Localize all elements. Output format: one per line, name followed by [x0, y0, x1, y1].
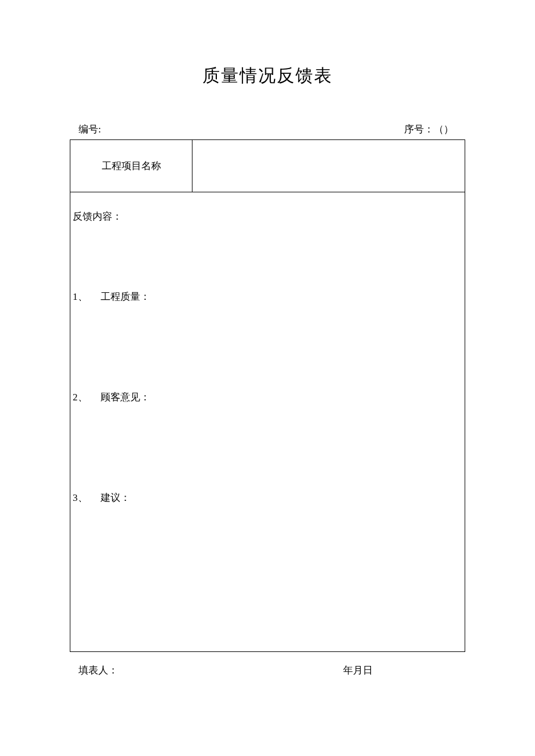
footer-row: 填表人： 年月日 — [70, 652, 465, 677]
item-suggestion: 3、 建议： — [73, 491, 462, 504]
item-label-engineering-quality: 工程质量： — [101, 290, 150, 303]
serial-number-label: 编号: — [76, 123, 101, 136]
document-page: 质量情况反馈表 编号: 序号：（） 工程项目名称 反馈内容： 1、 工程质量： … — [0, 0, 535, 677]
item-number-2: 2、 — [73, 390, 101, 404]
header-row: 编号: 序号：（） — [70, 123, 465, 139]
feedback-content-label: 反馈内容： — [73, 210, 462, 223]
project-name-label: 工程项目名称 — [70, 140, 192, 192]
item-label-suggestion: 建议： — [101, 491, 130, 504]
feedback-content-section: 反馈内容： 1、 工程质量： 2、 顾客意见： 3、 建议： — [70, 192, 465, 651]
project-name-row: 工程项目名称 — [70, 140, 465, 192]
item-engineering-quality: 1、 工程质量： — [73, 290, 462, 303]
item-customer-opinion: 2、 顾客意见： — [73, 390, 462, 404]
sequence-number-label: 序号：（） — [404, 123, 459, 136]
project-name-value[interactable] — [192, 140, 465, 192]
form-title: 质量情况反馈表 — [70, 64, 465, 88]
item-number-3: 3、 — [73, 491, 101, 504]
form-table: 工程项目名称 反馈内容： 1、 工程质量： 2、 顾客意见： 3、 建议： — [70, 139, 465, 652]
filler-name-label: 填表人： — [76, 664, 343, 677]
date-label: 年月日 — [343, 664, 459, 677]
item-label-customer-opinion: 顾客意见： — [101, 390, 150, 404]
item-number-1: 1、 — [73, 290, 101, 303]
